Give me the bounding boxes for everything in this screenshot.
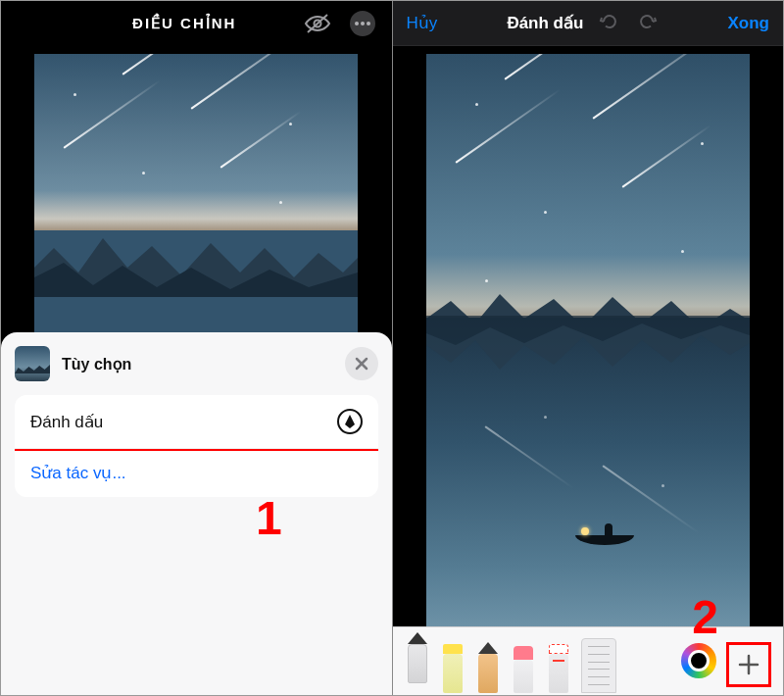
pen-tool[interactable] [405, 622, 430, 683]
boat-illustration [575, 535, 634, 549]
left-image-preview[interactable] [34, 54, 358, 338]
option-markup-label: Đánh dấu [30, 412, 103, 432]
right-image-canvas[interactable] [426, 54, 750, 627]
markup-toolbar [393, 626, 784, 696]
lasso-tool[interactable] [546, 632, 571, 693]
done-button[interactable]: Xong [728, 14, 770, 33]
more-options-icon[interactable] [349, 10, 376, 37]
option-markup[interactable]: Đánh dấu [15, 395, 378, 451]
option-edit-actions[interactable]: Sửa tác vụ... [15, 448, 378, 497]
markup-title: Đánh dấu [507, 13, 583, 33]
annotation-step-2: 2 [692, 590, 718, 644]
svg-point-4 [361, 22, 365, 25]
highlighter-tool[interactable] [440, 632, 466, 693]
visibility-off-icon[interactable] [304, 13, 331, 34]
redo-icon[interactable] [636, 11, 658, 36]
annotation-step-1: 1 [256, 491, 282, 545]
options-card: Đánh dấu Sửa tác vụ... [15, 395, 378, 497]
close-sheet-button[interactable] [345, 347, 378, 380]
cancel-button[interactable]: Hủy [407, 13, 438, 33]
color-picker-button[interactable] [681, 643, 716, 678]
add-shape-button[interactable] [726, 642, 771, 687]
left-pane: ĐIỀU CHỈNH [1, 1, 392, 696]
svg-point-5 [367, 22, 370, 25]
edit-adjust-title: ĐIỀU CHỈNH [132, 15, 236, 32]
pencil-tool[interactable] [475, 632, 501, 693]
pen-tip-icon [337, 409, 363, 434]
eraser-tool[interactable] [511, 632, 536, 693]
options-sheet: Tùy chọn Đánh dấu Sửa tác vụ... [1, 332, 392, 696]
sheet-thumbnail [15, 346, 50, 381]
left-header: ĐIỀU CHỈNH [1, 1, 392, 46]
option-edit-actions-label: Sửa tác vụ... [30, 463, 126, 483]
ruler-tool[interactable] [581, 638, 616, 693]
sheet-title: Tùy chọn [62, 355, 131, 373]
markup-header: Hủy Đánh dấu Xong [393, 1, 784, 46]
right-pane: Hủy Đánh dấu Xong [393, 1, 784, 696]
svg-point-3 [355, 22, 359, 25]
undo-icon[interactable] [599, 11, 620, 36]
